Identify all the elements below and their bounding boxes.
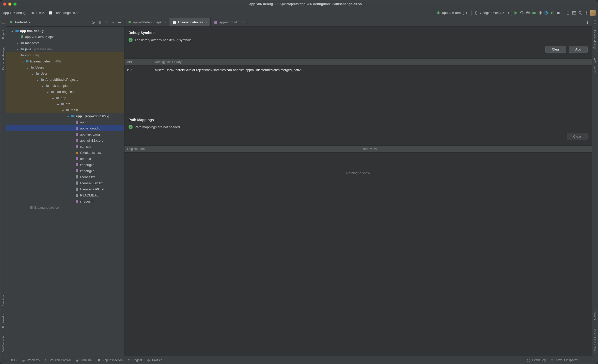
settings-icon[interactable] bbox=[111, 20, 115, 24]
minimize-window[interactable] bbox=[8, 3, 11, 6]
tab-c[interactable]: app-android.c× bbox=[211, 18, 247, 26]
tab-apk[interactable]: app-x86-debug.apk× bbox=[124, 18, 169, 26]
apply-changes-button[interactable] bbox=[526, 11, 530, 15]
rerun-button[interactable] bbox=[520, 11, 524, 15]
tree-lib[interactable]: ⌄libsanangeles (x86) bbox=[6, 58, 124, 64]
tab-so[interactable]: libsanangeles.so× bbox=[169, 18, 211, 26]
maximize-window[interactable] bbox=[13, 3, 17, 6]
tree-file[interactable]: importgl.c bbox=[6, 162, 124, 168]
select-opened-file-icon[interactable] bbox=[91, 20, 95, 24]
svg-rect-3 bbox=[476, 11, 477, 14]
tree-file[interactable]: app-linx.c.org bbox=[6, 131, 124, 137]
tree-file[interactable]: license-BSD.txt bbox=[6, 180, 124, 186]
vcs-tool[interactable]: ᚶVersion Control bbox=[45, 358, 71, 362]
terminal-tool[interactable]: ▣Terminal bbox=[76, 358, 92, 362]
tree-manifests[interactable]: ›manifests bbox=[6, 40, 124, 46]
module-icon bbox=[15, 29, 19, 33]
tree-file[interactable]: demo.c bbox=[6, 156, 124, 162]
device-manager-tool-icon[interactable] bbox=[593, 20, 597, 24]
tree-file[interactable]: app.h bbox=[6, 119, 124, 125]
bookmarks-tab[interactable]: Bookmarks bbox=[2, 312, 5, 329]
tree-file[interactable]: shapes.h bbox=[6, 198, 124, 204]
coverage-button[interactable] bbox=[538, 11, 542, 15]
emulator-tab[interactable]: Emulator bbox=[593, 307, 596, 322]
profiler-tool[interactable]: ◷Profiler bbox=[147, 358, 162, 362]
todo-tool[interactable]: ☰TODO bbox=[3, 358, 17, 362]
project-tab[interactable]: Project bbox=[2, 29, 5, 40]
tree-app[interactable]: ⌄app bbox=[6, 95, 124, 101]
problems-tool[interactable]: ⓪Problems bbox=[22, 358, 40, 362]
project-view-selector[interactable]: Android ▾ bbox=[9, 20, 30, 24]
attach-debugger-button[interactable] bbox=[550, 11, 555, 15]
add-button[interactable]: Add bbox=[569, 46, 588, 53]
hide-icon[interactable] bbox=[118, 20, 122, 24]
crumb-file[interactable]: libsanangeles.so bbox=[54, 10, 80, 15]
tree-file[interactable]: importgl.h bbox=[6, 168, 124, 174]
tree-asp[interactable]: ⌄AndroidStudioProjects bbox=[6, 76, 124, 82]
collapse-all-icon[interactable] bbox=[104, 20, 108, 24]
project-tool-icon[interactable] bbox=[1, 20, 5, 24]
close-icon[interactable]: × bbox=[164, 20, 166, 24]
tree-file[interactable]: CMakeLists.txt bbox=[6, 150, 124, 156]
notification-icon[interactable]: ◾ bbox=[591, 358, 595, 362]
tree-ndk[interactable]: ⌄ndk-samples bbox=[6, 82, 124, 89]
source-folder-icon bbox=[71, 114, 75, 118]
logcat-tool[interactable]: ≡Logcat bbox=[128, 358, 142, 362]
device-explorer-tab[interactable]: Device File Explorer bbox=[593, 326, 596, 354]
tree-main[interactable]: ⌄main bbox=[6, 107, 124, 113]
tree-file[interactable]: license-LGPL.txt bbox=[6, 186, 124, 192]
search-button[interactable] bbox=[578, 11, 583, 15]
table-row[interactable]: x86 /Users/User/AndroidStudioProjects/nd… bbox=[124, 65, 592, 74]
device-manager-tab[interactable]: Device Manager bbox=[593, 29, 596, 52]
android-icon bbox=[9, 20, 13, 24]
tree-users[interactable]: ⌄Users bbox=[6, 64, 124, 70]
debug-button[interactable] bbox=[532, 11, 536, 15]
tree-file-selected[interactable]: app-android.c bbox=[6, 125, 124, 131]
resource-manager-tab[interactable]: Resource Manager bbox=[2, 45, 5, 72]
svg-rect-30 bbox=[76, 181, 78, 185]
tree-file[interactable]: license.txt bbox=[6, 174, 124, 180]
event-log-tool[interactable]: ◯Event Log bbox=[527, 358, 546, 362]
close-window[interactable] bbox=[3, 3, 6, 6]
tree-java[interactable]: ›java (classes.dex) bbox=[6, 46, 124, 52]
device-combo[interactable]: Google Pixel 4 XL ▾ bbox=[471, 10, 512, 16]
crumb-project[interactable]: app-x86-debug bbox=[2, 10, 26, 15]
tree-bottom-lib[interactable]: libsanangeles.so bbox=[6, 204, 124, 210]
structure-tab[interactable]: Structure bbox=[2, 293, 5, 308]
sdk-manager-button[interactable] bbox=[572, 11, 576, 15]
tree-user[interactable]: ⌄User bbox=[6, 70, 124, 76]
run-button[interactable] bbox=[513, 11, 518, 15]
crumb-arch[interactable]: x86 bbox=[38, 10, 45, 15]
folder-icon bbox=[66, 108, 70, 112]
ide-status-icon[interactable]: ▭ bbox=[584, 358, 586, 362]
project-tree[interactable]: ⌄app-x86-debug app-x86-debug.apk ›manife… bbox=[6, 27, 124, 356]
tree-cpp[interactable]: ⌄cpp (lib) bbox=[6, 52, 124, 58]
crumb-lib[interactable]: lib bbox=[30, 10, 35, 15]
dropdown-icon: ▾ bbox=[466, 11, 467, 14]
build-variants-tab[interactable]: Build Variants bbox=[2, 334, 5, 354]
clear-button[interactable]: Clear bbox=[567, 133, 588, 140]
tree-root[interactable]: ⌄app-x86-debug bbox=[6, 28, 124, 34]
stop-button[interactable] bbox=[556, 11, 561, 15]
tree-file[interactable]: README.txt bbox=[6, 192, 124, 198]
clear-button[interactable]: Clear bbox=[545, 46, 566, 53]
tree-san[interactable]: ⌄san-angeles bbox=[6, 89, 124, 95]
tab-more-icon[interactable]: ⋮ bbox=[583, 18, 592, 26]
tree-file[interactable]: app-win32.c.org bbox=[6, 137, 124, 143]
tree-cpp-folder[interactable]: ⌄cpp [app-x86-debug] bbox=[6, 113, 124, 119]
layout-inspector-tool[interactable]: ⊞Layout Inspector bbox=[551, 358, 578, 362]
user-avatar[interactable] bbox=[590, 10, 596, 16]
app-inspection-tool[interactable]: ⬣App Inspection bbox=[98, 358, 123, 362]
tree-src[interactable]: ⌄src bbox=[6, 101, 124, 107]
close-icon[interactable]: × bbox=[205, 20, 207, 24]
apk-project-tab[interactable]: APK Project bbox=[593, 57, 596, 75]
device-manager-button[interactable] bbox=[566, 11, 570, 15]
expand-all-icon[interactable] bbox=[98, 20, 102, 24]
svg-rect-15 bbox=[2, 21, 5, 23]
close-icon[interactable]: × bbox=[242, 20, 244, 24]
tree-apk[interactable]: app-x86-debug.apk bbox=[6, 34, 124, 40]
run-config-combo[interactable]: app-x86-debug ▾ bbox=[434, 10, 470, 16]
tree-file[interactable]: cams.h bbox=[6, 143, 124, 150]
settings-button[interactable] bbox=[584, 11, 589, 15]
profiler-button[interactable] bbox=[544, 11, 548, 15]
